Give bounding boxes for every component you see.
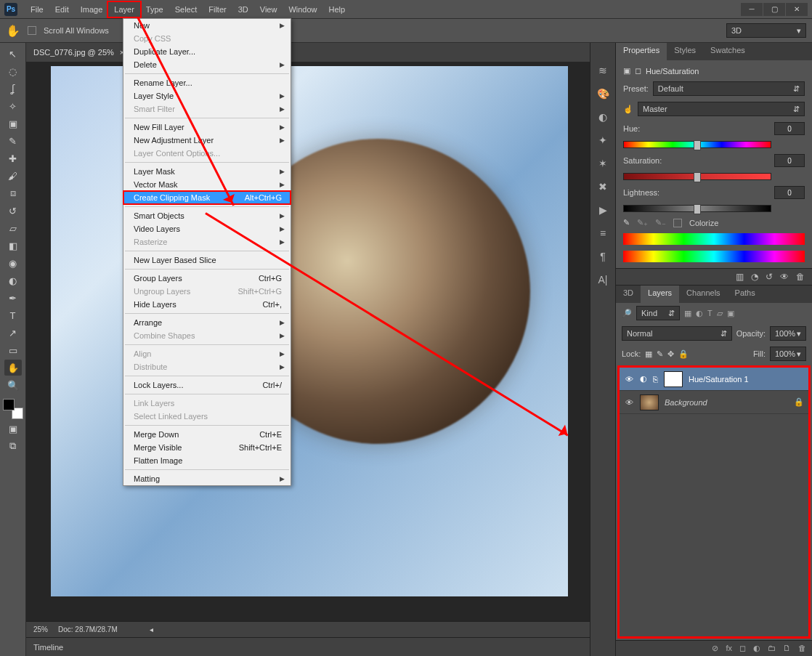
slider-thumb[interactable]	[694, 140, 701, 150]
hue-slider[interactable]	[623, 141, 771, 148]
adjustments-icon[interactable]: ◐	[598, 111, 607, 123]
slider-thumb[interactable]	[694, 204, 701, 214]
menu-filter[interactable]: Filter	[203, 2, 232, 17]
menu-view[interactable]: View	[254, 2, 283, 17]
eyedropper-icon[interactable]: ✎	[623, 218, 630, 227]
fx-icon[interactable]: fx	[726, 644, 732, 653]
menu-item-flatten-image[interactable]: Flatten Image	[123, 454, 291, 467]
lock-position-icon[interactable]: ✥	[667, 349, 674, 359]
tab-channels[interactable]: Channels	[679, 286, 727, 303]
menu-item-duplicate-layer-[interactable]: Duplicate Layer...	[123, 45, 291, 58]
slider-thumb[interactable]	[694, 172, 701, 182]
zoom-tool[interactable]: 🔍	[4, 377, 22, 393]
color-swatches[interactable]	[3, 399, 23, 419]
hand-scrub-icon[interactable]: ☝	[623, 105, 633, 114]
layer-name[interactable]: Hue/Saturation 1	[689, 375, 749, 384]
lock-all-icon[interactable]: 🔒	[678, 349, 689, 359]
history-icon[interactable]: ≋	[598, 65, 607, 76]
stamp-tool[interactable]: ⧈	[4, 185, 22, 201]
workspace-select[interactable]: 3D▾	[726, 23, 806, 38]
lightness-value[interactable]: 0	[774, 186, 805, 199]
screenmode-toggle[interactable]: ⧉	[4, 438, 22, 454]
blur-tool[interactable]: ◉	[4, 255, 22, 271]
menu-item-merge-visible[interactable]: Merge VisibleShift+Ctrl+E	[123, 441, 291, 454]
filter-icon[interactable]: 🔎	[622, 309, 632, 318]
layer-row[interactable]: 👁 ◐ ⎘ Hue/Saturation 1	[620, 368, 808, 391]
lightness-slider[interactable]	[623, 205, 771, 212]
group-icon[interactable]: 🗀	[768, 644, 776, 653]
tab-3d[interactable]: 3D	[616, 286, 641, 303]
close-button[interactable]: ✕	[786, 3, 808, 16]
tab-properties[interactable]: Properties	[616, 43, 667, 60]
new-layer-icon[interactable]: 🗋	[783, 644, 791, 653]
lock-transparent-icon[interactable]: ▦	[645, 349, 652, 359]
menu-item-delete[interactable]: Delete▶	[123, 58, 291, 71]
mask-icon[interactable]: ◻	[739, 644, 746, 653]
glyph-a-icon[interactable]: A|	[598, 274, 608, 286]
crop-tool[interactable]: ▣	[4, 116, 22, 131]
filter-smart-icon[interactable]: ▣	[727, 309, 734, 318]
document-tab[interactable]: DSC_0776.jpg @ 25% ×	[26, 43, 590, 62]
menu-window[interactable]: Window	[283, 2, 322, 17]
menu-file[interactable]: File	[25, 2, 49, 17]
layer-name[interactable]: Background	[665, 398, 707, 407]
path-tool[interactable]: ↗	[4, 325, 22, 341]
fill-field[interactable]: 100%▾	[770, 347, 806, 361]
channel-select[interactable]: Master⇵	[638, 102, 805, 116]
dodge-tool[interactable]: ◐	[4, 272, 22, 288]
pen-tool[interactable]: ✒	[4, 290, 22, 306]
eraser-tool[interactable]: ▱	[4, 220, 22, 236]
menu-item-group-layers[interactable]: Group LayersCtrl+G	[123, 272, 291, 285]
scroll-all-checkbox[interactable]	[28, 26, 36, 35]
menu-item-create-clipping-mask[interactable]: Create Clipping MaskAlt+Ctrl+G	[123, 191, 291, 204]
quickmask-toggle[interactable]: ▣	[4, 421, 22, 437]
tab-paths[interactable]: Paths	[728, 286, 763, 303]
menu-image[interactable]: Image	[75, 2, 109, 17]
timeline-bar[interactable]: Timeline	[26, 637, 590, 656]
menu-help[interactable]: Help	[323, 2, 352, 17]
menu-item-arrange[interactable]: Arrange▶	[123, 316, 291, 329]
menu-item-new[interactable]: New▶	[123, 19, 291, 32]
filter-pixel-icon[interactable]: ▦	[684, 309, 691, 318]
marquee-tool[interactable]: ◌	[4, 63, 22, 79]
menu-type[interactable]: Type	[140, 2, 169, 17]
tool-presets-icon[interactable]: ✖	[598, 181, 607, 193]
menu-item-lock-layers-[interactable]: Lock Layers...Ctrl+/	[123, 378, 291, 392]
menu-item-new-fill-layer[interactable]: New Fill Layer▶	[123, 121, 291, 134]
menu-item-rename-layer-[interactable]: Rename Layer...	[123, 76, 291, 89]
menu-item-layer-mask[interactable]: Layer Mask▶	[123, 165, 291, 178]
foreground-swatch[interactable]	[3, 399, 15, 410]
maximize-button[interactable]: ▢	[763, 3, 785, 16]
menu-item-video-layers[interactable]: Video Layers▶	[123, 222, 291, 235]
tab-swatches[interactable]: Swatches	[703, 43, 752, 60]
brush-icon[interactable]: ✶	[598, 158, 607, 169]
lasso-tool[interactable]: ʆ	[4, 81, 22, 97]
menu-3d[interactable]: 3D	[232, 2, 254, 17]
trash-icon[interactable]: 🗑	[798, 644, 806, 653]
brush-tool[interactable]: 🖌	[4, 168, 22, 184]
saturation-slider[interactable]	[623, 173, 771, 180]
menu-layer[interactable]: Layer	[108, 2, 140, 17]
mask-thumb[interactable]	[664, 371, 683, 387]
hue-value[interactable]: 0	[774, 122, 805, 135]
move-tool[interactable]: ↖	[4, 46, 22, 62]
menu-edit[interactable]: Edit	[49, 2, 75, 17]
layer-row[interactable]: 👁 Background 🔒	[620, 391, 808, 414]
clip-icon[interactable]: ▥	[736, 272, 744, 282]
color-icon[interactable]: 🎨	[597, 88, 609, 100]
shape-tool[interactable]: ▭	[4, 342, 22, 358]
saturation-value[interactable]: 0	[774, 154, 805, 167]
menu-item-new-layer-based-slice[interactable]: New Layer Based Slice	[123, 254, 291, 267]
brush-presets-icon[interactable]: ✦	[598, 134, 607, 146]
tab-layers[interactable]: Layers	[641, 286, 679, 303]
zoom-level[interactable]: 25%	[33, 625, 48, 633]
filter-type-icon[interactable]: T	[707, 309, 712, 318]
healing-tool[interactable]: ✚	[4, 150, 22, 166]
wand-tool[interactable]: ✧	[4, 98, 22, 114]
colorize-checkbox[interactable]	[673, 219, 682, 227]
opacity-field[interactable]: 100%▾	[770, 326, 806, 341]
trash-icon[interactable]: 🗑	[796, 272, 805, 282]
filter-shape-icon[interactable]: ▱	[717, 309, 723, 318]
eyedropper-tool[interactable]: ✎	[4, 133, 22, 149]
view-previous-icon[interactable]: ◔	[751, 272, 758, 282]
